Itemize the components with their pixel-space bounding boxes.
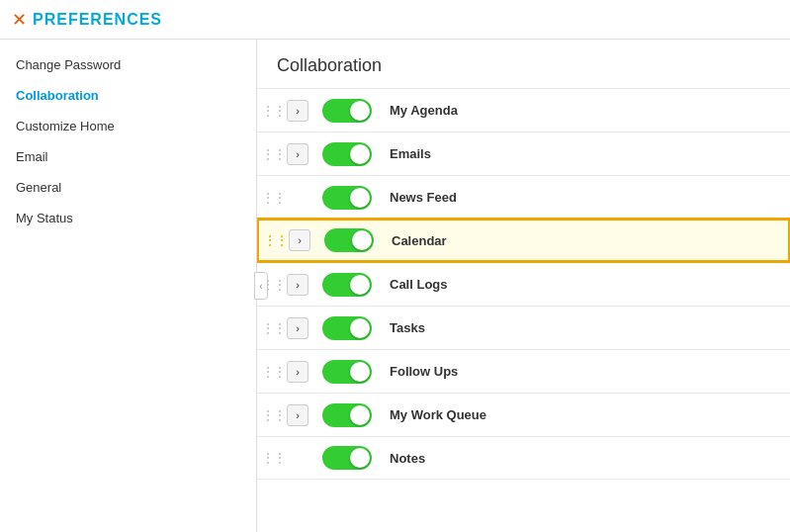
sidebar-item-my-status[interactable]: My Status xyxy=(0,203,256,233)
pref-row-follow-ups: ⋮⋮›Follow Ups xyxy=(257,349,790,393)
row-label-call-logs: Call Logs xyxy=(380,277,786,292)
row-label-news-feed: News Feed xyxy=(380,190,786,205)
toggle-emails[interactable] xyxy=(322,142,372,166)
row-label-tasks: Tasks xyxy=(380,320,786,335)
sidebar-item-collaboration[interactable]: Collaboration xyxy=(0,80,256,111)
sidebar-item-change-password[interactable]: Change Password xyxy=(0,49,256,80)
row-label-calendar: Calendar xyxy=(382,233,784,248)
expand-btn-calendar[interactable]: › xyxy=(289,229,310,251)
toggle-tasks[interactable] xyxy=(322,316,372,340)
expand-btn-my-agenda[interactable]: › xyxy=(287,100,308,122)
row-label-my-agenda: My Agenda xyxy=(380,103,786,118)
pref-row-calendar: ⋮⋮›Calendar xyxy=(257,219,790,262)
sidebar-item-customize-home[interactable]: Customize Home xyxy=(0,111,256,141)
preferences-list: ⋮⋮›My Agenda⋮⋮›Emails⋮⋮News Feed⋮⋮›Calen… xyxy=(257,88,790,480)
expand-btn-follow-ups[interactable]: › xyxy=(287,361,308,383)
toggle-knob-my-agenda xyxy=(350,101,370,121)
pref-row-my-agenda: ⋮⋮›My Agenda xyxy=(257,88,790,132)
toggle-knob-follow-ups xyxy=(350,362,370,382)
pref-row-emails: ⋮⋮›Emails xyxy=(257,132,790,175)
app-title: PREFERENCES xyxy=(33,11,162,29)
toggle-follow-ups[interactable] xyxy=(322,360,372,384)
drag-handle-emails[interactable]: ⋮⋮ xyxy=(261,146,281,162)
pref-row-my-work-queue: ⋮⋮›My Work Queue xyxy=(257,393,790,436)
row-label-notes: Notes xyxy=(380,451,786,466)
drag-handle-calendar[interactable]: ⋮⋮ xyxy=(263,232,283,248)
sidebar-collapse-button[interactable]: ‹ xyxy=(254,272,268,300)
toggle-knob-tasks xyxy=(350,318,370,338)
drag-handle-notes[interactable]: ⋮⋮ xyxy=(261,450,281,466)
toggle-news-feed[interactable] xyxy=(322,186,372,210)
toggle-knob-emails xyxy=(350,144,370,164)
preferences-icon: ✕ xyxy=(12,9,27,31)
row-label-my-work-queue: My Work Queue xyxy=(380,407,786,422)
toggle-knob-notes xyxy=(350,448,370,468)
drag-handle-news-feed[interactable]: ⋮⋮ xyxy=(261,190,281,206)
pref-row-news-feed: ⋮⋮News Feed xyxy=(257,175,790,219)
toggle-calendar[interactable] xyxy=(324,228,374,252)
expand-btn-my-work-queue[interactable]: › xyxy=(287,404,308,426)
section-title: Collaboration xyxy=(257,55,790,88)
expand-btn-emails[interactable]: › xyxy=(287,143,308,165)
toggle-call-logs[interactable] xyxy=(322,273,372,297)
toggle-knob-call-logs xyxy=(350,275,370,295)
row-label-follow-ups: Follow Ups xyxy=(380,364,786,379)
expand-btn-call-logs[interactable]: › xyxy=(287,274,308,296)
pref-row-call-logs: ⋮⋮›Call Logs xyxy=(257,262,790,306)
row-label-emails: Emails xyxy=(380,146,786,161)
expand-btn-tasks[interactable]: › xyxy=(287,317,308,339)
toggle-my-agenda[interactable] xyxy=(322,99,372,123)
toggle-knob-news-feed xyxy=(350,188,370,208)
sidebar-item-email[interactable]: Email xyxy=(0,141,256,172)
drag-handle-my-agenda[interactable]: ⋮⋮ xyxy=(261,103,281,119)
toggle-my-work-queue[interactable] xyxy=(322,403,372,427)
drag-handle-my-work-queue[interactable]: ⋮⋮ xyxy=(261,407,281,423)
sidebar: Change PasswordCollaborationCustomize Ho… xyxy=(0,40,257,532)
toggle-notes[interactable] xyxy=(322,446,372,470)
pref-row-tasks: ⋮⋮›Tasks xyxy=(257,306,790,349)
toggle-knob-my-work-queue xyxy=(350,405,370,425)
header: ✕ PREFERENCES xyxy=(0,0,790,40)
drag-handle-tasks[interactable]: ⋮⋮ xyxy=(261,320,281,336)
toggle-knob-calendar xyxy=(352,230,372,250)
sidebar-nav: Change PasswordCollaborationCustomize Ho… xyxy=(0,49,256,233)
pref-row-notes: ⋮⋮Notes xyxy=(257,436,790,480)
layout: Change PasswordCollaborationCustomize Ho… xyxy=(0,40,790,532)
drag-handle-follow-ups[interactable]: ⋮⋮ xyxy=(261,364,281,380)
main-content: Collaboration ⋮⋮›My Agenda⋮⋮›Emails⋮⋮New… xyxy=(257,40,790,532)
sidebar-item-general[interactable]: General xyxy=(0,172,256,203)
